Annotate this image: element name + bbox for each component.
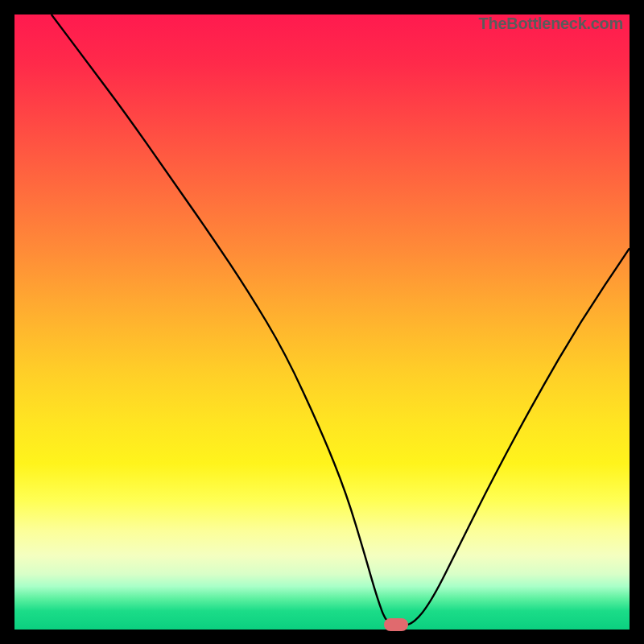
plot-area: TheBottleneck.com <box>14 14 630 630</box>
curve-svg <box>14 14 630 630</box>
chart-frame: TheBottleneck.com <box>0 0 644 644</box>
optimum-marker <box>384 618 408 631</box>
bottleneck-curve <box>52 14 630 625</box>
